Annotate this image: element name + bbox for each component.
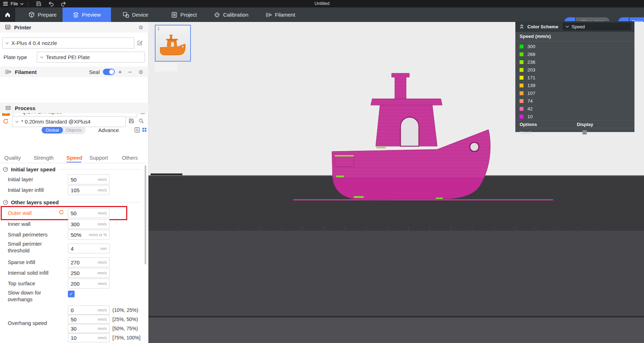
legend-swatch [520, 99, 523, 103]
collapse-icon[interactable] [520, 24, 524, 29]
main-toolbar: Prepare Preview Device Project Calibrati… [0, 7, 644, 22]
gauge-icon [3, 167, 8, 172]
plate-number: 1 [157, 26, 160, 31]
top-surface-input[interactable]: 200mm/s [68, 279, 110, 288]
overhang-speed-input-2[interactable]: 50mm/s [68, 315, 110, 324]
outer-wall-label: Outer wall [8, 210, 32, 216]
remove-filament-button[interactable]: − [128, 69, 132, 75]
process-grid-icon[interactable] [142, 127, 147, 132]
benchy-chimney [392, 73, 409, 101]
reset-outer-wall-icon[interactable] [59, 210, 64, 215]
search-icon[interactable] [139, 118, 144, 124]
cube-icon [29, 12, 35, 18]
outer-wall-input[interactable]: 50mm/s [68, 208, 110, 218]
process-scope-toggle[interactable]: Global Objects [41, 126, 86, 134]
travel-label: travel [520, 130, 531, 135]
tab-quality[interactable]: Quality [4, 155, 21, 161]
gauge-icon [3, 200, 8, 205]
edit-printer-icon[interactable] [137, 40, 143, 46]
slow-down-overhangs-checkbox[interactable]: ✓ [68, 291, 75, 297]
tab-speed[interactable]: Speed [66, 155, 82, 161]
legend-swatch [520, 115, 523, 119]
group-other-layers-speed: Other layers speed [0, 198, 145, 206]
process-stack-icon [5, 105, 11, 110]
plate-type-dropdown[interactable]: Textured PEI Plate [37, 52, 145, 63]
hamburger-icon[interactable] [3, 2, 8, 6]
plate-list-ghost [155, 62, 177, 72]
reset-preset-icon[interactable] [3, 118, 9, 124]
printer-settings-gear-icon[interactable]: ⚙ [139, 25, 143, 30]
tab-device[interactable]: Device [113, 7, 158, 22]
home-button[interactable] [0, 7, 15, 22]
sidebar-scrollbar[interactable] [145, 165, 146, 264]
sparse-infill-input[interactable]: 270mm/s [68, 257, 110, 267]
filament-section-header: Filament Seal + − ⚙ [0, 67, 148, 77]
legend-item: 268 [515, 50, 634, 58]
save-icon[interactable] [36, 1, 41, 6]
setting-label: Sparse infill [8, 259, 35, 265]
scope-global[interactable]: Global [42, 127, 63, 133]
divider [59, 169, 141, 170]
app-window: File Untitled Prepare Preview Device Pro… [0, 0, 644, 343]
chevron-down-icon[interactable] [20, 2, 24, 5]
tab-others[interactable]: Others [122, 155, 138, 161]
small-perimeters-input[interactable]: 50%mm/s or % [68, 230, 110, 240]
advanced-label: Advanced [98, 127, 122, 133]
legend-title: Color Scheme [527, 24, 558, 29]
overhang-range-1: (10%, 25%) [112, 305, 138, 315]
benchy-green-accent [354, 196, 364, 198]
internal-solid-infill-input[interactable]: 250mm/s [68, 268, 110, 278]
file-menu[interactable]: File [11, 1, 18, 6]
undo-icon[interactable] [48, 1, 54, 6]
layers-icon [73, 12, 79, 18]
thumbnail-benchy [159, 35, 187, 55]
benchy-arch-door [400, 117, 419, 146]
small-perimeter-threshold-input[interactable]: 4mm [68, 244, 110, 253]
legend-options-row: Options Display [515, 120, 634, 128]
inner-wall-input[interactable]: 300mm/s [68, 219, 110, 229]
home-icon [5, 12, 11, 18]
setting-label: Inner wall [8, 221, 30, 227]
tab-strength[interactable]: Strength [34, 155, 54, 161]
printer-preset-dropdown[interactable]: X-Plus 4 0.4 nozzle [2, 38, 134, 48]
overhang-speed-input-3[interactable]: 30mm/s [68, 324, 110, 333]
speed-settings-panel: Initial layer speed Initial layer 50mm/s… [0, 164, 148, 343]
redo-icon[interactable] [60, 1, 66, 6]
tab-support[interactable]: Support [89, 155, 108, 161]
save-preset-icon[interactable] [129, 118, 134, 124]
scope-objects[interactable]: Objects [63, 127, 85, 133]
benchy-stern-box [335, 156, 354, 167]
seal-toggle[interactable] [103, 69, 115, 75]
legend-swatch [520, 76, 523, 80]
process-list-icon[interactable] [134, 127, 140, 133]
legend-item: 74 [515, 97, 634, 105]
add-filament-button[interactable]: + [118, 69, 122, 75]
plate-type-label: Plate type [4, 54, 27, 60]
benchy-model[interactable] [330, 72, 493, 200]
travel-checkbox[interactable] [582, 130, 587, 135]
process-preset-dropdown[interactable]: * 0.20mm Standard @XPlus4 [12, 116, 126, 127]
legend-swatch [520, 91, 523, 95]
tab-filament[interactable]: Filament [259, 7, 302, 22]
overhang-speed-input-1[interactable]: 0mm/s [68, 305, 110, 315]
tab-calibration[interactable]: Calibration [207, 7, 255, 22]
tab-preview[interactable]: Preview [63, 7, 111, 22]
legend-swatch [520, 52, 523, 56]
plate-thumbnail[interactable]: 1 [155, 25, 191, 62]
tab-prepare[interactable]: Prepare [23, 7, 63, 22]
legend-swatch [520, 84, 523, 87]
benchy-green-accent [376, 147, 386, 148]
seal-label: Seal [89, 69, 100, 75]
benchy-porthole [470, 142, 479, 152]
benchy-green-accent [436, 198, 443, 199]
tab-project[interactable]: Project [164, 7, 204, 22]
filament-coil-icon [5, 69, 11, 75]
overhang-speed-input-4[interactable]: 10mm/s [68, 333, 110, 342]
initial-layer-input[interactable]: 50mm/s [68, 175, 110, 184]
overhang-range-4: [75%, 100%] [112, 333, 140, 342]
color-scheme-dropdown[interactable]: Speed [563, 23, 631, 30]
legend-item: 139 [515, 81, 634, 89]
initial-layer-infill-input[interactable]: 105mm/s [68, 185, 110, 195]
filament-settings-gear-icon[interactable]: ⚙ [139, 69, 143, 75]
chevron-down-icon [566, 25, 569, 28]
